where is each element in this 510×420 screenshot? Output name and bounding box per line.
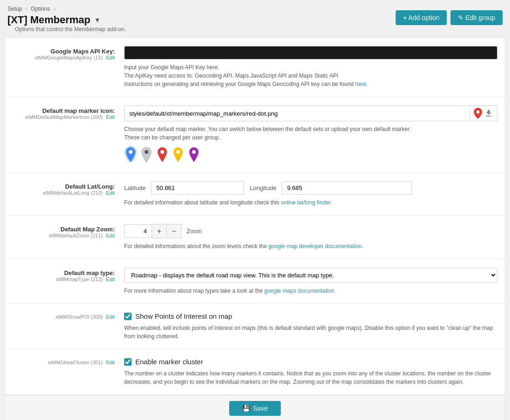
google-maps-api-input[interactable] [124,46,497,59]
option-row-marker-cluster: xtMMShowCluster (301) Edit Enable marker… [5,349,505,395]
show-poi-checkbox[interactable] [124,313,132,320]
option-label-map-type: Default map type: [13,269,115,276]
longitude-label: Longitude [250,184,276,191]
latitude-input[interactable] [151,181,244,195]
svg-point-4 [176,150,180,154]
page-title: [XT] Membermap [7,14,90,26]
marker-desc: Choose your default map marker. You can … [124,125,497,142]
option-label-lat-long: Default Lat/Long: [13,183,115,190]
title-dropdown-icon[interactable]: ▼ [94,16,100,24]
option-row-google-maps-api: Google Maps API Key: xtMMGoogleMapsApiKe… [5,38,505,97]
option-meta-zoom: xtMMdefaultZoom (211) Edit [13,233,115,238]
save-icon: 💾 [242,405,250,412]
svg-point-3 [160,150,164,154]
edit-link-map-type[interactable]: Edit [106,276,115,282]
marker-cluster-checkbox[interactable] [124,358,132,366]
edit-link-google-maps-api[interactable]: Edit [106,55,115,60]
svg-point-0 [477,111,480,114]
page-wrapper: Setup › Options › [XT] Membermap ▼ Optio… [0,0,510,420]
marker-blue[interactable] [124,147,137,164]
marker-yellow[interactable] [172,147,185,164]
upload-icon[interactable] [484,109,493,118]
marker-input-row [124,105,497,121]
option-label-google-maps-api: Google Maps API Key: [13,48,115,55]
here-link-api[interactable]: here [355,81,366,87]
marker-red[interactable] [156,147,169,164]
zoom-desc: For detailed informations about the zoom… [124,242,497,250]
save-bar: 💾 Save [5,395,505,420]
option-row-map-type: Default map type: xtMMmapType (212) Edit… [5,259,505,304]
google-maps-docs-link[interactable]: google maps documentation [265,288,335,294]
zoom-label: Zoom [186,228,202,235]
map-type-desc: For more information about map types tak… [124,287,497,295]
google-maps-api-desc: Input your Google Maps API Key here. The… [124,63,497,88]
option-label-map-marker: Default map marker icon: [13,107,115,114]
option-row-zoom: Default Map Zoom: xtMMdefaultZoom (211) … [5,216,505,259]
option-row-lat-long: Default Lat/Long: xtMMdefaultLatLong (21… [5,173,505,216]
svg-point-2 [145,150,148,154]
markers-set [124,147,497,164]
breadcrumb-setup[interactable]: Setup [7,6,22,12]
option-row-show-poi: xtMMShowPOI (300) Edit Show Points of In… [5,304,505,349]
lat-long-finder-link[interactable]: online lat/long finder [281,199,331,206]
lat-long-desc: For detailed information about latitude … [124,198,497,207]
zoom-minus-button[interactable]: − [167,224,182,238]
option-meta-show-poi: xtMMShowPOI (300) Edit [13,314,115,320]
marker-purple[interactable] [187,147,200,164]
zoom-docs-link[interactable]: google map developer documentation [268,243,362,249]
options-card: Google Maps API Key: xtMMGoogleMapsApiKe… [5,37,505,420]
edit-link-marker-cluster[interactable]: Edit [106,360,115,365]
lat-long-row: Latitude Longitude [124,181,497,195]
edit-link-map-marker[interactable]: Edit [106,114,115,120]
show-poi-desc: When enabled, will include points of int… [124,324,497,341]
map-type-select[interactable]: Roadmap - displays the default road map … [124,268,497,283]
show-poi-label: Show Points of Interest on map [135,312,232,320]
edit-group-button[interactable]: ✎ Edit group [450,10,503,25]
edit-link-show-poi[interactable]: Edit [106,314,115,320]
zoom-plus-button[interactable]: + [152,224,167,238]
marker-cluster-checkbox-row: Enable marker cluster [124,358,497,366]
option-meta-map-type: xtMMmapType (212) Edit [13,276,115,282]
longitude-input[interactable] [282,181,412,195]
page-subtitle: Options that control the Membermap add-o… [7,26,133,37]
show-poi-checkbox-row: Show Points of Interest on map [124,312,497,320]
option-label-zoom: Default Map Zoom: [13,226,115,233]
option-meta-lat-long: xtMMdefaultLatLong (210) Edit [13,190,115,196]
add-option-button[interactable]: + Add option [396,10,447,25]
option-meta-marker-cluster: xtMMShowCluster (301) Edit [13,360,115,365]
breadcrumb: Setup › Options › [7,6,133,12]
marker-cluster-desc: The number on a cluster indicates how ma… [124,369,497,386]
marker-icon-area [470,106,497,121]
marker-path-input[interactable] [125,107,470,120]
marker-cluster-label: Enable marker cluster [135,358,203,366]
breadcrumb-options[interactable]: Options [31,6,50,12]
option-row-map-marker: Default map marker icon: xtMMDefaultMapM… [5,97,505,173]
edit-link-lat-long[interactable]: Edit [106,190,115,196]
option-meta-map-marker: xtMMDefaultMapMarkerIcon (100) Edit [13,114,115,120]
edit-link-zoom[interactable]: Edit [106,233,115,238]
svg-point-5 [192,150,196,154]
option-meta-google-maps-api: xtMMGoogleMapsApiKey (11) Edit [13,55,115,60]
save-button[interactable]: 💾 Save [229,401,281,416]
svg-point-1 [129,150,132,154]
marker-white[interactable] [140,147,153,164]
zoom-input[interactable] [124,224,152,238]
zoom-row: + − Zoom [124,224,497,238]
save-label: Save [253,405,268,412]
latitude-label: Latitude [124,184,146,191]
marker-preview-icon [474,108,482,119]
